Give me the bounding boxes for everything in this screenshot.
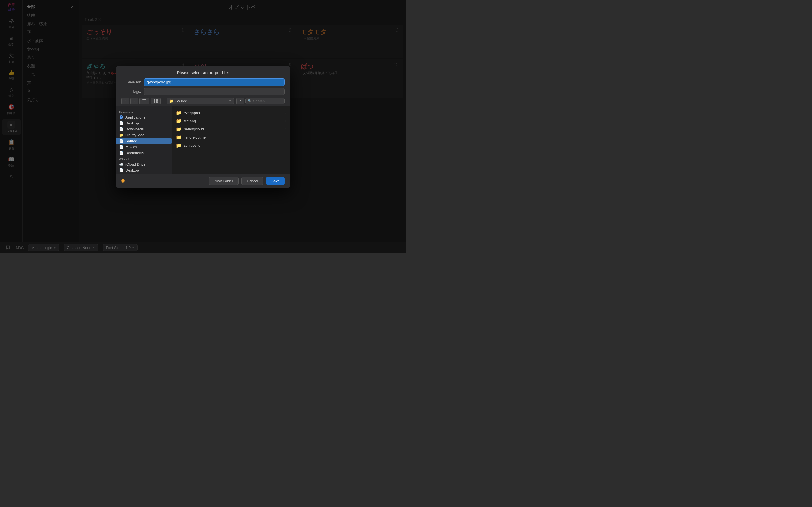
sidebar-source[interactable]: 📄 Source [116,138,172,144]
cancel-button[interactable]: Cancel [241,177,263,185]
desktop-fav-icon: 📄 [119,121,123,125]
new-folder-button[interactable]: New Folder [209,177,238,185]
chevron-hefengcloud: › [285,127,287,131]
dialog-toolbar: ‹ › 📁 Source [116,96,290,106]
dialog-title: Please select an output file: [116,66,290,77]
chevron-feelang: › [285,119,287,122]
tags-label: Tags: [121,89,141,94]
orange-tag-dot [121,179,124,182]
movies-label: Movies [125,145,137,149]
grid-view-button[interactable] [151,98,161,105]
sidebar-icloud-drive[interactable]: ☁️ iCloud Drive [116,161,172,167]
file-pane: 📁 everjapan › 📁 feelang › 📁 hefengcloud … [172,107,290,174]
footer-buttons: New Folder Cancel Save [209,177,285,185]
desktop-icloud-icon: 📄 [119,168,123,172]
tags-row: Tags: [116,87,290,96]
location-dropdown-arrow[interactable]: ▼ [229,100,232,103]
sidebar-desktop-fav[interactable]: 📄 Desktop [116,120,172,126]
sidebar-desktop-icloud[interactable]: 📄 Desktop [116,167,172,173]
chevron-liangfeidotme: › [285,135,287,139]
file-everjapan[interactable]: 📁 everjapan › [172,109,290,117]
file-hefengcloud-name: hefengcloud [184,127,283,131]
forward-button[interactable]: › [130,98,138,105]
file-senluoshe[interactable]: 📁 senluoshe [172,142,290,150]
sidebar-onmymac[interactable]: 📁 On My Mac [116,132,172,138]
sidebar-shared[interactable]: 🔲 Shared [116,173,172,174]
file-everjapan-name: everjapan [184,111,283,115]
applications-icon: 🅐 [119,115,123,119]
folder-liangfeidotme-icon: 📁 [176,135,182,140]
location-text: Source [175,99,227,103]
save-button[interactable]: Save [266,177,285,185]
sidebar-applications[interactable]: 🅐 Applications [116,114,172,120]
onmymac-icon: 📁 [119,133,123,137]
location-bar[interactable]: 📁 Source ▼ [167,98,234,104]
sidebar-downloads[interactable]: 📄 Downloads [116,126,172,132]
movies-icon: 📄 [119,145,123,149]
svg-rect-2 [142,102,146,102]
svg-rect-6 [156,101,158,103]
back-button[interactable]: ‹ [121,98,129,105]
icloud-drive-label: iCloud Drive [125,162,146,166]
downloads-label: Downloads [125,127,144,131]
folder-senluoshe-icon: 📁 [176,143,182,148]
save-dialog: Please select an output file: Save As: T… [116,66,290,188]
file-liangfeidotme[interactable]: 📁 liangfeidotme › [172,133,290,142]
folder-everjapan-icon: 📁 [176,110,182,115]
file-hefengcloud[interactable]: 📁 hefengcloud › [172,125,290,133]
modal-overlay: Please select an output file: Save As: T… [0,0,406,253]
folder-icon: 📁 [169,99,174,103]
tags-input[interactable] [144,88,285,95]
save-as-input[interactable] [144,78,285,86]
desktop-icloud-label: Desktop [125,168,139,172]
file-feelang[interactable]: 📁 feelang › [172,117,290,125]
onmymac-label: On My Mac [125,133,144,137]
documents-label: Documents [125,151,144,155]
search-icon: 🔍 [248,99,252,103]
source-label: Source [125,139,137,143]
svg-rect-5 [154,101,155,103]
svg-rect-4 [156,99,158,101]
sidebar-documents[interactable]: 📄 Documents [116,150,172,156]
downloads-icon: 📄 [119,127,123,131]
folder-hefengcloud-icon: 📁 [176,126,182,132]
documents-icon: 📄 [119,151,123,155]
expand-button[interactable]: ⌃ [236,98,244,105]
file-liangfeidotme-name: liangfeidotme [184,135,283,139]
list-view-button[interactable] [139,98,149,105]
footer-tags [121,179,124,182]
icloud-drive-icon: ☁️ [119,162,123,166]
toolbar-separator [163,98,163,104]
applications-label: Applications [125,115,145,119]
dialog-footer: New Folder Cancel Save [116,174,290,188]
save-as-row: Save As: [116,77,290,87]
desktop-fav-label: Desktop [125,121,139,125]
sidebar-movies[interactable]: 📄 Movies [116,144,172,150]
svg-rect-1 [142,101,146,101]
dialog-sidebar: Favorites 🅐 Applications 📄 Desktop 📄 Dow… [116,107,172,174]
file-feelang-name: feelang [184,119,283,123]
dialog-body: Favorites 🅐 Applications 📄 Desktop 📄 Dow… [116,106,290,174]
icloud-label: iCloud [116,156,172,161]
chevron-everjapan: › [285,111,287,114]
svg-rect-3 [154,99,155,101]
folder-feelang-icon: 📁 [176,118,182,124]
search-bar[interactable]: 🔍 Search [245,98,285,104]
source-icon: 📄 [119,139,123,143]
favorites-label: Favorites [116,109,172,114]
save-as-label: Save As: [121,80,141,84]
svg-rect-0 [142,100,146,100]
search-placeholder: Search [253,99,265,103]
file-senluoshe-name: senluoshe [184,144,287,148]
